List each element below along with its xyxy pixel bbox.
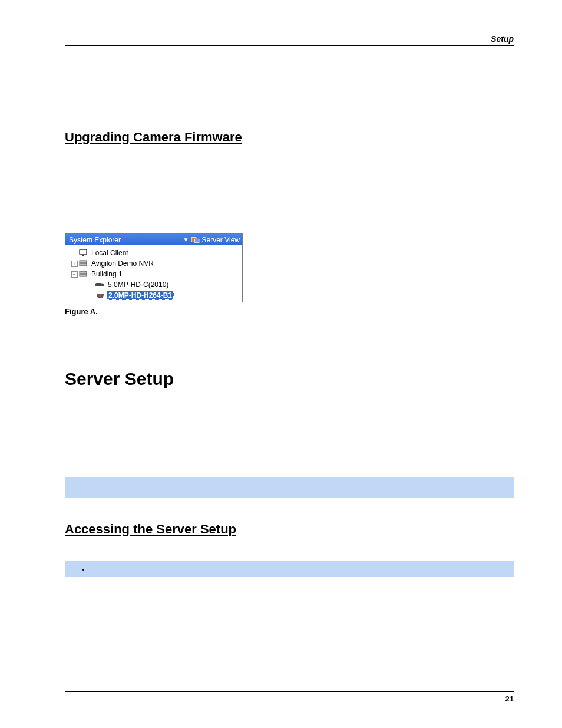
- page: Setup Upgrading Camera Firmware System E…: [0, 0, 562, 728]
- footer-rule: [65, 691, 514, 692]
- camera-icon: [95, 281, 105, 289]
- monitor-icon: [79, 249, 88, 257]
- tree-label-building-1: Building 1: [90, 270, 124, 278]
- heading-accessing-server-setup: Accessing the Server Setup: [65, 522, 514, 537]
- tree-row-local-client[interactable]: Local Client: [67, 248, 241, 258]
- server-view-label[interactable]: Server View: [202, 236, 240, 244]
- header-rule: [65, 45, 514, 46]
- page-number: 21: [65, 694, 514, 703]
- svg-rect-7: [80, 274, 87, 276]
- tree-label-avigilon-demo: Avigilon Demo NVR: [90, 259, 155, 268]
- svg-point-10: [99, 294, 101, 297]
- note-box-small: [65, 561, 514, 577]
- camera-dome-icon: [95, 291, 105, 299]
- heading-upgrading-camera-firmware: Upgrading Camera Firmware: [65, 130, 514, 145]
- note-box: [65, 477, 514, 498]
- tree-row-camera-2mp-selected[interactable]: 2.0MP-HD-H264-B1: [67, 290, 241, 301]
- tree-label-camera-2mp: 2.0MP-HD-H264-B1: [107, 291, 174, 300]
- server-view-icon[interactable]: [191, 236, 200, 243]
- system-explorer-panel: System Explorer ▼ Server View Loc: [65, 233, 243, 302]
- svg-rect-1: [194, 239, 199, 242]
- page-footer: 21: [65, 691, 514, 703]
- svg-rect-8: [95, 283, 102, 286]
- system-explorer-header[interactable]: System Explorer ▼ Server View: [65, 234, 242, 245]
- header-section-label: Setup: [65, 34, 514, 45]
- system-explorer-title: System Explorer: [69, 236, 182, 244]
- svg-rect-6: [80, 271, 87, 274]
- tree-row-avigilon-demo-nvr[interactable]: + Avigilon Demo NVR: [67, 258, 241, 269]
- svg-rect-3: [82, 255, 84, 256]
- tree-label-local-client: Local Client: [90, 249, 130, 257]
- svg-point-9: [101, 283, 104, 286]
- tree-label-camera-5mp: 5.0MP-HD-C(2010): [107, 281, 170, 289]
- expand-icon[interactable]: +: [71, 261, 78, 267]
- spacer: [65, 169, 514, 233]
- tree-row-building-1[interactable]: − Building 1: [67, 269, 241, 279]
- tree-row-camera-5mp[interactable]: 5.0MP-HD-C(2010): [67, 279, 241, 290]
- system-explorer-tree: Local Client + Avigilon Demo NVR −: [65, 245, 242, 302]
- figure-caption: Figure A.: [65, 307, 514, 316]
- dropdown-icon[interactable]: ▼: [183, 236, 189, 243]
- collapse-icon[interactable]: −: [71, 271, 78, 278]
- svg-rect-5: [80, 263, 87, 266]
- heading-server-setup: Server Setup: [65, 369, 514, 389]
- svg-rect-2: [80, 249, 87, 255]
- server-icon: [79, 270, 88, 278]
- svg-rect-4: [80, 261, 87, 263]
- server-icon: [79, 259, 88, 268]
